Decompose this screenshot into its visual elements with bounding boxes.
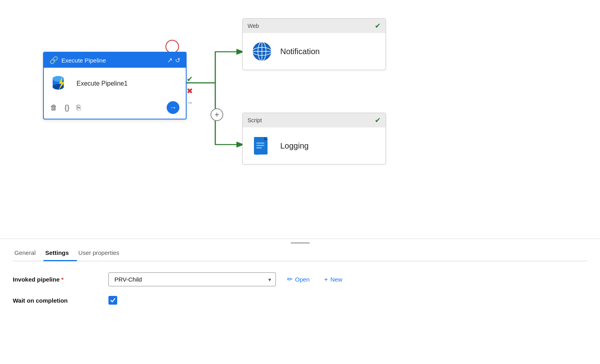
execute-pipeline-icon	[50, 73, 71, 94]
pipeline-header-icons: ↗ ↺	[167, 56, 180, 65]
pipeline-node-header: 🔗 Execute Pipeline ↗ ↺	[44, 53, 186, 68]
invoked-pipeline-label: Invoked pipeline *	[13, 276, 100, 283]
copy-icon[interactable]: ⎘	[77, 104, 81, 112]
completion-branch-icon[interactable]: →	[185, 98, 195, 108]
branch-icons-group: ✔ ✖ →	[185, 74, 195, 108]
script-doc-icon	[251, 135, 273, 157]
pencil-icon: ✏	[287, 275, 293, 284]
web-node-body: Notification	[243, 33, 386, 70]
svg-point-17	[254, 151, 260, 155]
refresh-icon[interactable]: ↺	[175, 57, 180, 64]
invoked-pipeline-select-wrapper: PRV-Child PRV-Main PRV-Test ▾	[108, 272, 276, 286]
script-logging-node[interactable]: Script ✔ Logging	[242, 113, 386, 164]
wait-on-completion-row: Wait on completion	[13, 296, 587, 305]
collapse-handle[interactable]	[13, 239, 587, 245]
script-check-badge: ✔	[375, 116, 381, 125]
wait-on-completion-checkbox[interactable]	[108, 296, 117, 305]
invoked-pipeline-select[interactable]: PRV-Child PRV-Main PRV-Test	[108, 272, 276, 286]
web-notification-label: Notification	[280, 47, 320, 56]
svg-rect-14	[256, 143, 264, 144]
wait-on-completion-label: Wait on completion	[13, 297, 100, 304]
pipeline-canvas: 🔗 Execute Pipeline ↗ ↺ Execute	[0, 0, 600, 239]
pipeline-node-title: Execute Pipeline	[61, 57, 106, 64]
new-pipeline-button[interactable]: + New	[321, 273, 346, 286]
delete-icon[interactable]: 🗑	[50, 104, 57, 112]
json-icon[interactable]: {}	[65, 104, 69, 112]
web-node-header: Web ✔	[243, 19, 386, 33]
svg-rect-15	[256, 145, 264, 146]
execute-pipeline-node[interactable]: 🔗 Execute Pipeline ↗ ↺ Execute	[43, 52, 187, 119]
required-star: *	[61, 276, 64, 283]
success-branch-icon[interactable]: ✔	[185, 74, 195, 84]
script-node-header: Script ✔	[243, 113, 386, 127]
tab-general[interactable]: General	[13, 245, 43, 261]
web-globe-icon	[251, 40, 273, 63]
wait-on-completion-checkbox-wrapper[interactable]	[108, 296, 117, 305]
tabs-row: General Settings User properties	[13, 245, 587, 261]
web-header-label: Web	[248, 23, 259, 29]
plus-icon: +	[324, 276, 328, 284]
external-link-icon[interactable]: 🔗	[49, 56, 58, 65]
collapse-bar	[291, 242, 310, 244]
script-logging-label: Logging	[280, 141, 309, 151]
error-indicator	[165, 40, 179, 53]
tab-user-properties[interactable]: User properties	[77, 245, 128, 261]
pipeline-node-footer: 🗑 {} ⎘ →	[44, 98, 186, 119]
svg-rect-16	[256, 147, 262, 149]
navigate-arrow[interactable]: →	[167, 101, 179, 114]
script-node-body: Logging	[243, 127, 386, 164]
failure-branch-icon[interactable]: ✖	[185, 86, 195, 96]
web-check-badge: ✔	[375, 22, 381, 30]
script-header-label: Script	[248, 117, 262, 123]
pipeline-header-left: 🔗 Execute Pipeline	[49, 56, 106, 65]
settings-form: Invoked pipeline * PRV-Child PRV-Main PR…	[13, 272, 587, 305]
open-external-icon[interactable]: ↗	[167, 56, 173, 65]
tab-settings[interactable]: Settings	[43, 245, 77, 261]
web-notification-node[interactable]: Web ✔ Notification	[242, 18, 386, 70]
pipeline-activity-name: Execute Pipeline1	[77, 80, 128, 87]
bottom-panel: General Settings User properties Invoked…	[0, 239, 600, 305]
open-pipeline-button[interactable]: ✏ Open	[284, 273, 313, 286]
invoked-pipeline-row: Invoked pipeline * PRV-Child PRV-Main PR…	[13, 272, 587, 286]
pipeline-node-body: Execute Pipeline1	[44, 68, 186, 98]
add-activity-button[interactable]: +	[210, 108, 223, 121]
